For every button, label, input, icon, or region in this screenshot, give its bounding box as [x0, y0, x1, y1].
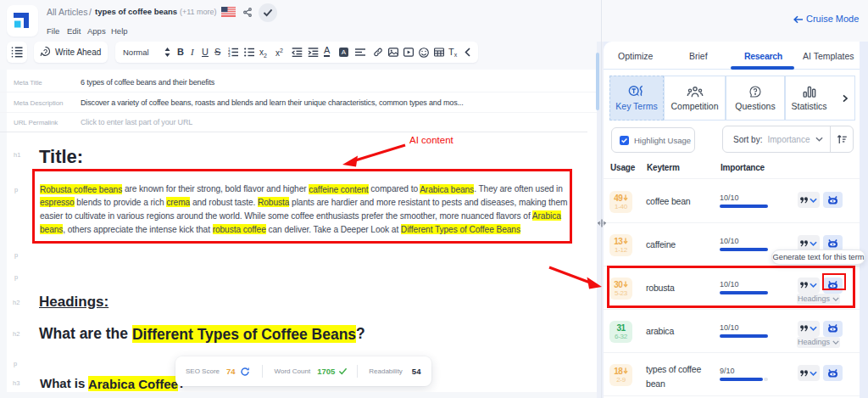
svg-text:3: 3 — [228, 53, 231, 57]
